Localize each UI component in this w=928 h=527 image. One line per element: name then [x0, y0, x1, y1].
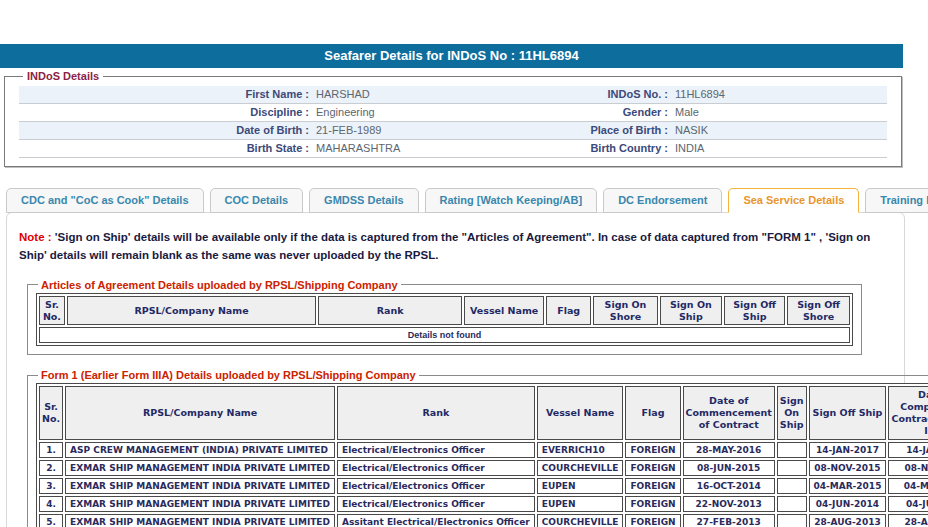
col-sr-no: Sr. No.	[39, 386, 63, 440]
col-flag: Flag	[625, 386, 680, 440]
first-name-field: First Name : HARSHAD	[19, 86, 453, 103]
cell-completion: 08-NOV-2015	[888, 460, 928, 476]
cell-sr-no: 1.	[39, 442, 63, 458]
place-of-birth-label: Place of Birth :	[453, 122, 668, 139]
col-sign-off-shore: Sign Off Shore	[787, 296, 850, 326]
empty-row: Details not found	[39, 327, 850, 343]
col-sr-no: Sr. No.	[39, 296, 65, 326]
place-of-birth-field: Place of Birth : NASIK	[453, 122, 887, 139]
cell-completion: 14-JAN-2017	[888, 442, 928, 458]
cell-company: EXMAR SHIP MANAGEMENT INDIA PRIVATE LIMI…	[65, 496, 335, 512]
cell-sr-no: 5.	[39, 514, 63, 527]
indos-details-fieldset: INDoS Details First Name : HARSHAD INDoS…	[4, 70, 902, 167]
indos-no-label: INDoS No. :	[453, 86, 668, 103]
gender-value: Male	[668, 104, 699, 121]
cell-vessel: EUPEN	[537, 496, 624, 512]
sea-service-panel: Note : 'Sign on Ship' details will be av…	[6, 212, 905, 527]
cell-commencement: 27-FEB-2013	[683, 514, 775, 527]
col-vessel: Vessel Name	[537, 386, 624, 440]
page-title: Seafarer Details for INDoS No : 11HL6894	[0, 44, 903, 68]
col-sign-on-ship: Sign On Ship	[777, 386, 807, 440]
tab-rating-watch-keeping-ab[interactable]: Rating [Watch Keeping/AB]	[425, 188, 598, 213]
cell-sr-no: 2.	[39, 460, 63, 476]
cell-completion: 04-JUN-2014	[888, 496, 928, 512]
col-sign-off-ship: Sign Off Ship	[724, 296, 785, 326]
col-flag: Flag	[546, 296, 591, 326]
cell-sign-off-ship: 28-AUG-2013	[809, 514, 887, 527]
tab-bar: CDC and "CoC as Cook" Details COC Detail…	[6, 188, 928, 213]
discipline-value: Engineering	[309, 104, 375, 121]
col-sign-on-shore: Sign On Shore	[593, 296, 658, 326]
cell-vessel: EUPEN	[537, 478, 624, 494]
discipline-field: Discipline : Engineering	[19, 104, 453, 121]
table-row: 2. EXMAR SHIP MANAGEMENT INDIA PRIVATE L…	[39, 460, 928, 476]
cell-commencement: 16-OCT-2014	[683, 478, 775, 494]
birth-country-label: Birth Country :	[453, 140, 668, 157]
cell-sign-off-ship: 08-NOV-2015	[809, 460, 887, 476]
birth-state-field: Birth State : MAHARASHTRA	[19, 140, 453, 157]
cell-rank: Assitant Electrical/Electronics Officer	[337, 514, 535, 527]
cell-company: EXMAR SHIP MANAGEMENT INDIA PRIVATE LIMI…	[65, 460, 335, 476]
tab-cdc-coc-as-cook-details[interactable]: CDC and "CoC as Cook" Details	[6, 188, 204, 213]
cell-sign-on-ship	[777, 478, 807, 494]
cell-sign-on-ship	[777, 514, 807, 527]
col-company: RPSL/Company Name	[67, 296, 316, 326]
table-row: 1. ASP CREW MANAGEMENT (INDIA) PRIVATE L…	[39, 442, 928, 458]
tab-gmdss-details[interactable]: GMDSS Details	[309, 188, 418, 213]
discipline-label: Discipline :	[19, 104, 309, 121]
note-text: Note : 'Sign on Ship' details will be av…	[19, 229, 892, 265]
table-row: 4. EXMAR SHIP MANAGEMENT INDIA PRIVATE L…	[39, 496, 928, 512]
note-prefix: Note :	[19, 231, 52, 243]
place-of-birth-value: NASIK	[668, 122, 708, 139]
birth-country-value: INDIA	[668, 140, 704, 157]
cell-flag: FOREIGN	[625, 514, 680, 527]
cell-flag: FOREIGN	[625, 496, 680, 512]
indos-row: Date of Birth : 21-FEB-1989 Place of Bir…	[19, 122, 887, 140]
cell-flag: FOREIGN	[625, 478, 680, 494]
cell-sign-on-ship	[777, 460, 807, 476]
cell-vessel: COURCHEVILLE	[537, 514, 624, 527]
cell-flag: FOREIGN	[625, 460, 680, 476]
cell-rank: Electrical/Electronics Officer	[337, 442, 535, 458]
cell-vessel: EVERRICH10	[537, 442, 624, 458]
articles-of-agreement-legend: Articles of Agreement Details uploaded b…	[38, 279, 401, 291]
birth-state-value: MAHARASHTRA	[309, 140, 400, 157]
tab-training-details[interactable]: Training Details	[865, 188, 928, 213]
cell-completion: 28-AUG-2013	[888, 514, 928, 527]
tab-dc-endorsement[interactable]: DC Endorsement	[603, 188, 722, 213]
indos-row: Discipline : Engineering Gender : Male	[19, 104, 887, 122]
col-commencement: Date of Commencement of Contract	[683, 386, 775, 440]
tab-sea-service-details[interactable]: Sea Service Details	[728, 188, 859, 213]
cell-sign-off-ship: 04-MAR-2015	[809, 478, 887, 494]
tab-coc-details[interactable]: COC Details	[210, 188, 304, 213]
cell-commencement: 22-NOV-2013	[683, 496, 775, 512]
cell-rank: Electrical/Electronics Officer	[337, 478, 535, 494]
cell-commencement: 28-MAY-2016	[683, 442, 775, 458]
table-header-row: Sr. No. RPSL/Company Name Rank Vessel Na…	[39, 296, 850, 326]
table-row: 5. EXMAR SHIP MANAGEMENT INDIA PRIVATE L…	[39, 514, 928, 527]
cell-company: EXMAR SHIP MANAGEMENT INDIA PRIVATE LIMI…	[65, 514, 335, 527]
cell-vessel: COURCHEVILLE	[537, 460, 624, 476]
date-of-birth-value: 21-FEB-1989	[309, 122, 381, 139]
cell-company: ASP CREW MANAGEMENT (INDIA) PRIVATE LIMI…	[65, 442, 335, 458]
cell-completion: 04-MAR-2015	[888, 478, 928, 494]
indos-row: Birth State : MAHARASHTRA Birth Country …	[19, 140, 887, 158]
cell-sr-no: 4.	[39, 496, 63, 512]
date-of-birth-label: Date of Birth :	[19, 122, 309, 139]
birth-country-field: Birth Country : INDIA	[453, 140, 887, 157]
birth-state-label: Birth State :	[19, 140, 309, 157]
col-company: RPSL/Company Name	[65, 386, 335, 440]
cell-company: EXMAR SHIP MANAGEMENT INDIA PRIVATE LIMI…	[65, 478, 335, 494]
cell-sign-on-ship	[777, 442, 807, 458]
form1-fieldset: Form 1 (Earlier Form IIIA) Details uploa…	[27, 369, 928, 527]
indos-row: First Name : HARSHAD INDoS No. : 11HL689…	[19, 86, 887, 104]
articles-of-agreement-fieldset: Articles of Agreement Details uploaded b…	[27, 279, 862, 356]
indos-no-field: INDoS No. : 11HL6894	[453, 86, 887, 103]
col-completion: Date of Completion of Contract/Arriving …	[888, 386, 928, 440]
form1-table: Sr. No. RPSL/Company Name Rank Vessel Na…	[36, 383, 928, 527]
col-rank: Rank	[318, 296, 462, 326]
cell-rank: Electrical/Electronics Officer	[337, 496, 535, 512]
gender-field: Gender : Male	[453, 104, 887, 121]
cell-commencement: 08-JUN-2015	[683, 460, 775, 476]
cell-flag: FOREIGN	[625, 442, 680, 458]
